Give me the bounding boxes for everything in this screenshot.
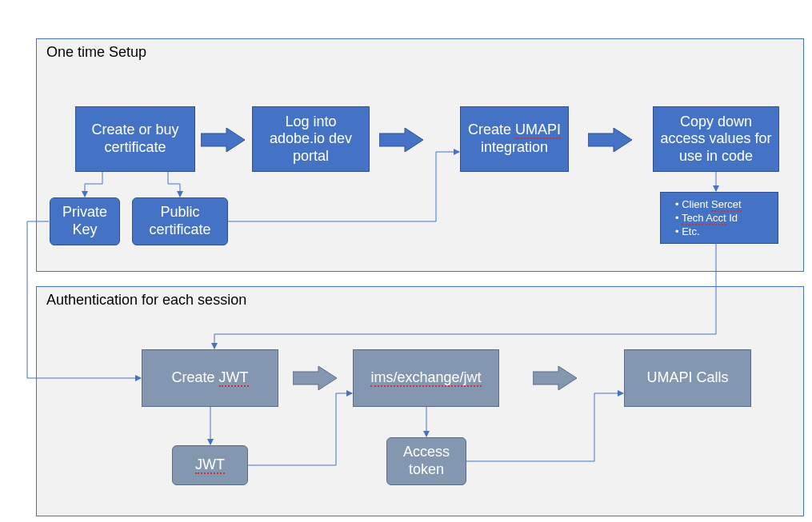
arrow-auth-2 [533, 366, 577, 390]
box-jwt-output: JWT [172, 445, 248, 485]
box-access-token: Access token [386, 437, 466, 485]
box-create-jwt: Create JWT [142, 349, 278, 407]
svg-marker-2 [588, 128, 632, 152]
box-copy-values: Copy down access values for use in code [653, 106, 779, 172]
box-login-label: Log into adobe.io dev portal [256, 114, 366, 165]
arrow-setup-3 [588, 128, 632, 152]
box-create-cert-label: Create or buy certificate [79, 122, 191, 156]
access-value-1: Tech Acct Id [664, 211, 771, 225]
svg-marker-4 [533, 366, 577, 390]
access-value-0: Client Sercet [664, 197, 771, 211]
box-copy-label: Copy down access values for use in code [657, 114, 775, 165]
svg-marker-3 [293, 366, 337, 390]
box-umapi-calls: UMAPI Calls [624, 349, 751, 407]
panel-setup-title: One time Setup [46, 44, 146, 61]
access-value-2: Etc. [664, 225, 771, 238]
box-jwt-out-label: JWT [195, 456, 225, 474]
box-login-portal: Log into adobe.io dev portal [252, 106, 370, 172]
svg-marker-0 [201, 128, 245, 152]
panel-auth-title: Authentication for each session [46, 292, 246, 309]
svg-marker-1 [379, 128, 423, 152]
box-ims-label: ims/exchange/jwt [370, 369, 481, 387]
arrow-setup-1 [201, 128, 245, 152]
box-access-values: Client Sercet Tech Acct Id Etc. [660, 192, 778, 244]
box-create-umapi: Create UMAPI integration [460, 106, 569, 172]
arrow-setup-2 [379, 128, 423, 152]
box-private-key: Private Key [50, 197, 120, 245]
box-calls-label: UMAPI Calls [646, 369, 728, 387]
box-token-label: Access token [390, 444, 462, 478]
box-umapi-label: Create UMAPI integration [464, 122, 565, 156]
box-public-cert: Public certificate [132, 197, 228, 245]
box-public-cert-label: Public certificate [136, 204, 224, 238]
arrow-auth-1 [293, 366, 337, 390]
box-create-jwt-label: Create JWT [171, 369, 248, 387]
box-ims-exchange: ims/exchange/jwt [353, 349, 499, 407]
box-private-key-label: Private Key [54, 204, 116, 238]
box-create-cert: Create or buy certificate [75, 106, 195, 172]
